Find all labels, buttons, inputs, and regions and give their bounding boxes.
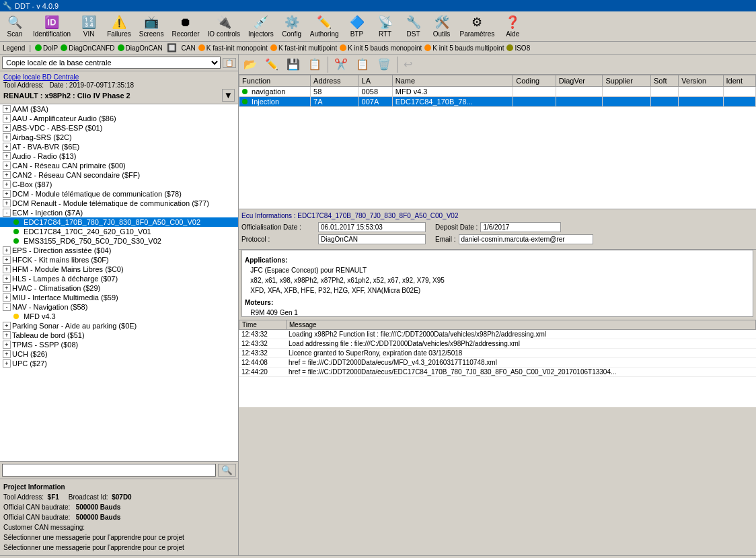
expand-aau[interactable]: + — [3, 114, 11, 123]
expand-upc[interactable]: + — [3, 359, 11, 368]
identification-button[interactable]: 🆔 Identification — [30, 13, 74, 40]
tree-label-nav: NAV - Navigation ($58) — [12, 303, 87, 311]
tree-item-eps[interactable]: + EPS - Direction assistée ($04) — [0, 246, 238, 255]
expand-hfck[interactable]: + — [3, 256, 11, 264]
func-copy-button[interactable]: 📋 — [305, 56, 325, 73]
ecu-tree[interactable]: + AAM ($3A) + AAU - Amplificateur Audio … — [0, 104, 238, 461]
tree-item-parking[interactable]: + Parking Sonar - Aide au parking ($0E) — [0, 321, 238, 330]
tree-item-edc2[interactable]: EDC17C84_170C_240_620_G10_V01 — [0, 227, 238, 236]
func-open-button[interactable]: 📂 — [240, 56, 260, 73]
vehicle-info-link[interactable]: Copie locale BD Centrale — [3, 73, 79, 81]
tree-item-cbox[interactable]: + C-Box ($87) — [0, 180, 238, 189]
func-cut-button[interactable]: ✂️ — [331, 56, 351, 73]
tree-item-uch[interactable]: + UCH ($26) — [0, 349, 238, 359]
tree-item-at[interactable]: + AT - BVA-BVR ($6E) — [0, 142, 238, 151]
authoring-button[interactable]: ✏️ Authoring — [307, 13, 342, 40]
tree-item-nav-mfd[interactable]: MFD v4.3 — [0, 312, 238, 321]
tree-item-hfm[interactable]: + HFM - Module Mains Libres ($C0) — [0, 265, 238, 274]
aide-button[interactable]: ❓ Aide — [499, 13, 526, 40]
email-input[interactable] — [459, 234, 593, 244]
recorder-button[interactable]: ⏺ Recorder — [168, 13, 202, 40]
tree-item-hfck[interactable]: + HFCK - Kit mains libres ($0F) — [0, 255, 238, 265]
func-undo-button[interactable]: ↩ — [400, 56, 416, 73]
tree-item-dcm[interactable]: + DCM - Module télématique de communicat… — [0, 189, 238, 199]
tree-label-can: CAN - Réseau CAN primaire ($00) — [12, 162, 126, 170]
database-select[interactable]: Copie locale de la base centrale — [2, 57, 221, 69]
row1-la: 0058 — [358, 87, 392, 97]
func-delete-button[interactable]: 🗑️ — [374, 56, 394, 73]
table-row[interactable]: navigation 58 0058 MFD v4.3 — [239, 87, 756, 97]
config-button[interactable]: ⚙️ Config — [278, 13, 305, 40]
func-paste-button[interactable]: 📋 — [352, 56, 373, 73]
tree-item-abs[interactable]: + ABS-VDC - ABS-ESP ($01) — [0, 123, 238, 133]
screens-button[interactable]: 📺 Screens — [136, 13, 167, 40]
table-row[interactable]: Injection 7A 007A EDC17C84_170B_78... — [239, 97, 756, 107]
expand-parking[interactable]: + — [3, 322, 11, 330]
ecu-info: Ecu Informations : EDC17C84_170B_780_7J0… — [239, 209, 756, 250]
func-edit-button[interactable]: ✏️ — [262, 56, 282, 73]
tree-item-miu[interactable]: + MIU - Interface Multimedia ($59) — [0, 293, 238, 302]
deposit-input[interactable] — [480, 222, 561, 232]
outils-button[interactable]: 🛠️ Outils — [428, 13, 455, 40]
expand-miu[interactable]: + — [3, 293, 11, 302]
tree-item-can2[interactable]: + CAN2 - Réseau CAN secondaire ($FF) — [0, 170, 238, 180]
vehicle-dropdown[interactable]: ▼ — [222, 89, 235, 102]
dst-button[interactable]: 🔧 DST — [400, 13, 427, 40]
tree-item-edc1[interactable]: EDC17C84_170B_780_7J0_830_8F0_A50_C00_V0… — [0, 217, 238, 227]
tree-item-ems[interactable]: EMS3155_RD6_750_5C0_7D0_S30_V02 — [0, 236, 238, 246]
tree-item-nav[interactable]: - NAV - Navigation ($58) — [0, 302, 238, 312]
tree-item-audio[interactable]: + Audio - Radio ($13) — [0, 151, 238, 161]
expand-tpms[interactable]: + — [3, 341, 11, 349]
parametres-button[interactable]: ⚙ Paramètres — [457, 13, 498, 40]
expand-can[interactable]: + — [3, 162, 11, 170]
officialisation-row: Officialisation Date : Deposit Date : — [241, 222, 753, 232]
tree-item-tableau[interactable]: + Tableau de bord ($51) — [0, 330, 238, 340]
io-controls-button[interactable]: 🔌 IO controls — [204, 13, 243, 40]
tree-item-tpms[interactable]: + TPMS - SSPP ($08) — [0, 340, 238, 349]
rtt-button[interactable]: 📡 RTT — [372, 13, 399, 40]
log-msg-3: Licence granted to SuperRony, expiration… — [286, 349, 756, 358]
tree-item-dcmr[interactable]: + DCM Renault - Module télématique de co… — [0, 199, 238, 208]
function-table-container[interactable]: Function Address LA Name Coding DiagVer … — [239, 75, 756, 209]
injectors-button[interactable]: 💉 Injectors — [245, 13, 277, 40]
tree-item-upc[interactable]: + UPC ($27) — [0, 359, 238, 368]
failures-button[interactable]: ⚠️ Failures — [104, 13, 135, 40]
officialisation-input[interactable] — [318, 222, 426, 232]
expand-uch[interactable]: + — [3, 350, 11, 358]
tree-item-hls[interactable]: + HLS - Lampes à décharge ($07) — [0, 274, 238, 283]
toolbar: 🔍 Scan 🆔 Identification 🔢 VIN ⚠️ Failure… — [0, 11, 756, 42]
expand-ecm[interactable]: - — [3, 209, 11, 217]
expand-aam[interactable]: + — [3, 105, 11, 113]
func-save-button[interactable]: 💾 — [283, 56, 303, 73]
expand-airbag[interactable]: + — [3, 133, 11, 141]
expand-audio[interactable]: + — [3, 152, 11, 160]
failures-label: Failures — [107, 30, 131, 38]
tree-item-hvac[interactable]: + HVAC - Climatisation ($29) — [0, 283, 238, 293]
expand-dcmr[interactable]: + — [3, 199, 11, 207]
expand-at[interactable]: + — [3, 143, 11, 151]
protocol-input[interactable] — [318, 234, 426, 244]
expand-dcm[interactable]: + — [3, 190, 11, 198]
expand-hvac[interactable]: + — [3, 284, 11, 292]
expand-can2[interactable]: + — [3, 171, 11, 179]
expand-tableau[interactable]: + — [3, 331, 11, 339]
tree-item-aam[interactable]: + AAM ($3A) — [0, 104, 238, 114]
expand-cbox[interactable]: + — [3, 180, 11, 188]
tree-item-airbag[interactable]: + Airbag-SRS ($2C) — [0, 133, 238, 142]
btp-button[interactable]: 🔷 BTP — [344, 13, 371, 40]
tree-item-can[interactable]: + CAN - Réseau CAN primaire ($00) — [0, 161, 238, 170]
db-icon-button[interactable]: 📋 — [223, 58, 236, 68]
search-button[interactable]: 🔍 — [218, 464, 236, 477]
btp-icon: 🔷 — [350, 15, 365, 30]
expand-hls[interactable]: + — [3, 275, 11, 283]
log-scroll[interactable]: 12:43:32 Loading x98Ph2 Function list : … — [239, 330, 756, 407]
expand-nav[interactable]: - — [3, 303, 11, 311]
tree-item-ecm[interactable]: - ECM - Injection ($7A) — [0, 208, 238, 217]
expand-hfm[interactable]: + — [3, 265, 11, 273]
scan-button[interactable]: 🔍 Scan — [1, 13, 28, 40]
expand-abs[interactable]: + — [3, 124, 11, 132]
tree-item-aau[interactable]: + AAU - Amplificateur Audio ($86) — [0, 114, 238, 123]
expand-eps[interactable]: + — [3, 246, 11, 254]
vin-button[interactable]: 🔢 VIN — [75, 13, 102, 40]
search-input[interactable] — [2, 464, 216, 477]
